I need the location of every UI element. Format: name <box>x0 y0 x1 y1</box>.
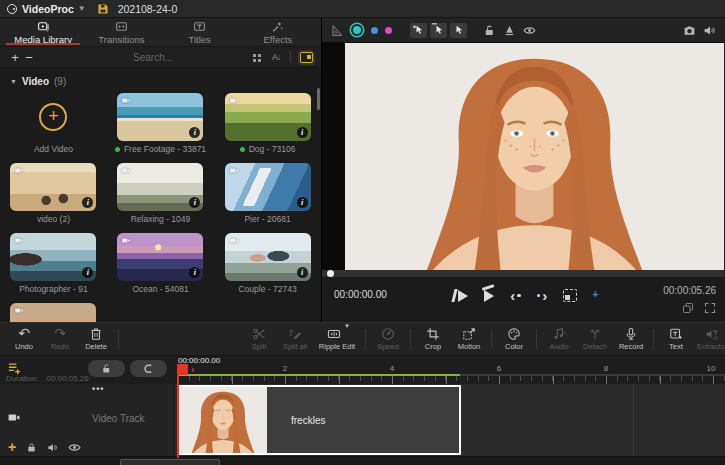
track-menu-button[interactable]: ••• <box>92 384 104 394</box>
previous-frame-button[interactable]: ‹ <box>510 288 521 303</box>
transport-bar: 00:00:00.00 ‹ › + 00:00:05.26 <box>322 277 724 322</box>
crop-button[interactable]: Crop <box>415 327 451 351</box>
marker-color-magenta[interactable] <box>385 27 392 34</box>
info-icon[interactable]: i <box>189 197 200 208</box>
info-icon[interactable]: i <box>82 267 93 278</box>
track-visibility-icon[interactable] <box>68 441 81 454</box>
collapse-chevron-icon[interactable]: ▼ <box>10 78 17 85</box>
library-scrollbar[interactable] <box>317 88 320 110</box>
frame-select-icon[interactable] <box>563 289 577 302</box>
trash-icon <box>89 327 103 341</box>
video-camera-icon <box>13 306 25 315</box>
media-item[interactable]: i video (2) <box>10 163 97 224</box>
undo-button[interactable]: ↶Undo <box>6 327 42 351</box>
lock-open-icon[interactable] <box>483 24 496 37</box>
divider <box>410 329 411 349</box>
media-thumbnail[interactable]: i <box>10 303 96 322</box>
compare-windows-icon[interactable] <box>682 302 694 314</box>
app-menu[interactable]: VideoProc <box>22 3 74 15</box>
media-item[interactable]: i Photographer - 91 <box>10 233 97 294</box>
video-section-header[interactable]: ▼ Video (9) <box>10 72 311 90</box>
media-item[interactable]: i Pier - 20681 <box>224 163 311 224</box>
media-item[interactable]: i Dog - 73106 <box>224 93 311 154</box>
clip-thumbnail <box>179 387 267 453</box>
volume-speaker-icon[interactable] <box>703 24 716 37</box>
fullscreen-icon[interactable] <box>704 302 716 314</box>
info-icon[interactable]: i <box>82 197 93 208</box>
media-thumbnail[interactable]: i <box>117 233 203 281</box>
brush-icon[interactable] <box>503 24 516 37</box>
snapshot-camera-icon[interactable] <box>683 24 696 37</box>
playhead-line[interactable] <box>177 375 179 458</box>
marker-color-blue[interactable] <box>371 27 378 34</box>
split-all-icon <box>288 327 302 341</box>
sort-icon[interactable]: A↓ <box>272 52 280 62</box>
media-grid: + Add Video i Free Footage - 33871 <box>10 90 311 322</box>
media-item[interactable]: i Couple - 72743 <box>224 233 311 294</box>
media-thumbnail[interactable]: i <box>117 163 203 211</box>
extractor-button[interactable]: Extractor <box>694 327 725 351</box>
track-lock-icon[interactable] <box>26 442 37 453</box>
media-thumbnail[interactable]: i <box>225 233 311 281</box>
detach-button[interactable]: Detach <box>577 327 613 351</box>
scissors-icon <box>252 327 266 341</box>
cursor-tool-button[interactable] <box>450 23 467 38</box>
media-item[interactable]: i Relaxing - 1049 <box>115 163 206 224</box>
media-item[interactable]: i <box>10 303 97 322</box>
eye-icon[interactable] <box>523 24 536 37</box>
color-button[interactable]: Color <box>496 327 532 351</box>
info-icon[interactable]: i <box>189 267 200 278</box>
info-icon[interactable]: i <box>297 267 308 278</box>
toggle-panel-icon[interactable] <box>300 52 313 63</box>
cursor-tool-bar-button[interactable]: ▔ <box>430 23 447 38</box>
search-input[interactable] <box>131 51 241 64</box>
media-item[interactable]: i Ocean - 54081 <box>115 233 206 294</box>
tab-media-library[interactable]: Media Library <box>4 18 82 46</box>
info-icon[interactable]: i <box>297 197 308 208</box>
cursor-tool-star-button[interactable]: ✦ <box>410 23 427 38</box>
media-thumbnail[interactable]: i <box>10 163 96 211</box>
motion-button[interactable]: Motion <box>451 327 487 351</box>
tab-effects[interactable]: Effects <box>239 18 317 46</box>
save-project-icon[interactable] <box>97 3 109 15</box>
ripple-edit-button[interactable]: ▼Ripple Edit <box>313 327 361 351</box>
video-viewport[interactable] <box>322 43 724 270</box>
track-mute-icon[interactable] <box>47 442 58 453</box>
info-icon[interactable]: i <box>297 127 308 138</box>
grid-view-icon[interactable] <box>252 52 262 62</box>
media-thumbnail[interactable]: i <box>10 233 96 281</box>
media-thumbnail[interactable]: i <box>117 93 203 141</box>
timeline-clip[interactable]: freckles <box>177 385 461 455</box>
preview-seek-bar[interactable] <box>322 270 724 277</box>
split-button[interactable]: Split <box>241 327 277 351</box>
playhead-arrow-icon: › <box>191 364 194 375</box>
media-item[interactable]: i Free Footage - 33871 <box>115 93 206 154</box>
timeline-lock-button[interactable] <box>88 360 125 377</box>
audio-button[interactable]: Audio <box>541 327 577 351</box>
seek-handle[interactable] <box>327 270 334 277</box>
media-thumbnail[interactable]: i <box>225 93 311 141</box>
snap-magnet-button[interactable] <box>130 360 167 377</box>
playhead-handle[interactable] <box>177 364 188 375</box>
ruler-icon[interactable] <box>330 24 343 37</box>
marker-color-cyan[interactable] <box>353 26 361 34</box>
info-icon[interactable]: i <box>189 127 200 138</box>
split-all-button[interactable]: Split all <box>277 327 313 351</box>
add-media-button[interactable]: + <box>8 51 22 64</box>
tab-transitions[interactable]: Transitions <box>82 18 160 46</box>
media-thumbnail[interactable]: i <box>225 163 311 211</box>
video-camera-icon <box>228 236 240 245</box>
play-button[interactable] <box>484 290 494 302</box>
record-button[interactable]: Record <box>613 327 649 351</box>
redo-button[interactable]: ↷Redo <box>42 327 78 351</box>
add-video-button[interactable]: + Add Video <box>10 93 97 154</box>
delete-button[interactable]: Delete <box>78 327 114 351</box>
play-from-in-button[interactable] <box>453 289 469 302</box>
text-button[interactable]: Text <box>658 327 694 351</box>
remove-media-button[interactable]: − <box>22 51 36 64</box>
next-frame-button[interactable]: › <box>537 288 548 303</box>
tab-titles[interactable]: Titles <box>161 18 239 46</box>
speed-button[interactable]: Speed <box>370 327 406 351</box>
add-clip-icon[interactable]: + <box>8 440 16 454</box>
chevron-down-icon[interactable]: ▼ <box>78 4 86 13</box>
